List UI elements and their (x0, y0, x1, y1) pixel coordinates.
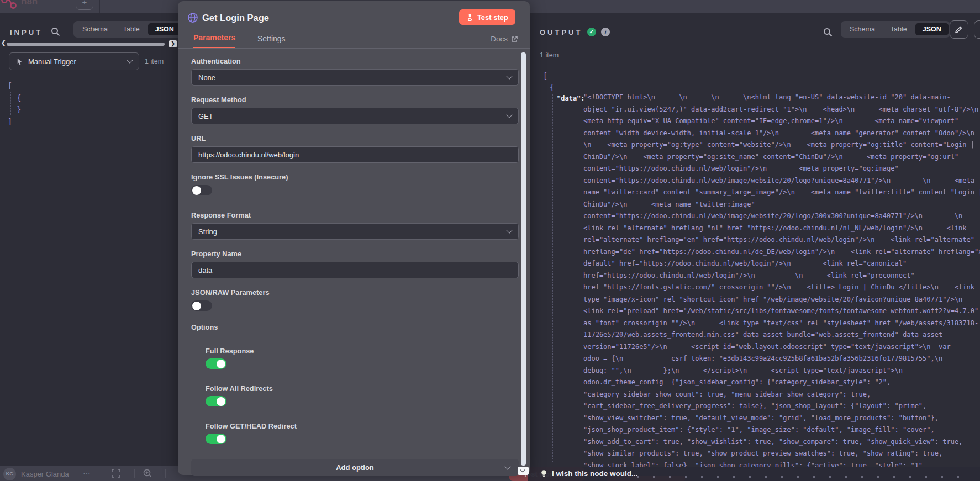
node-header: Get Login Page Test step Parameters Sett… (178, 1, 530, 49)
divider (99, 0, 100, 13)
ignore-ssl-toggle[interactable] (191, 185, 212, 195)
input-panel: INPUT Schema Table JSON ❮ ❯ Manual Trigg… (0, 13, 178, 466)
flask-icon (466, 14, 473, 21)
add-option-label: Add option (336, 463, 374, 472)
url-input[interactable]: https://odoo.chindu.nl/web/login (191, 146, 519, 163)
field-authentication: Authentication None (191, 57, 519, 86)
tab-schema[interactable]: Schema (842, 23, 882, 35)
follow-get-head-toggle[interactable] (206, 434, 226, 444)
horizontal-scrollbar[interactable]: ❮ ❯ (0, 41, 178, 47)
canvas-dot-grid (630, 467, 972, 481)
node-feedback-bar[interactable]: I wish this node would... (528, 467, 980, 481)
tab-json[interactable]: JSON (148, 23, 181, 35)
authentication-select[interactable]: None (191, 69, 519, 86)
option-full-response: Full Response (206, 347, 519, 369)
avatar[interactable]: KG (3, 468, 16, 480)
fit-view-button[interactable] (111, 468, 122, 479)
chevron-down-icon (127, 57, 133, 63)
select-value: String (198, 228, 507, 236)
n8n-logo-icon (1, 0, 19, 12)
tab-settings[interactable]: Settings (257, 34, 286, 48)
field-property-name: Property Name data (191, 250, 519, 278)
chevron-down-icon (504, 463, 510, 469)
divider (165, 469, 166, 478)
request-method-select[interactable]: GET (191, 108, 519, 124)
json-raw-parameters-toggle[interactable] (191, 300, 212, 311)
tab-parameters[interactable]: Parameters (193, 33, 235, 48)
input-source-select[interactable]: Manual Trigger (9, 52, 139, 70)
input-panel-title: INPUT (10, 28, 43, 36)
search-icon[interactable] (51, 27, 60, 36)
scrollbar-thumb[interactable] (7, 43, 165, 46)
add-option-button[interactable]: Add option (191, 459, 519, 476)
field-response-format: Response Format String (191, 212, 519, 240)
canvas-top-strip: n8n + (0, 0, 178, 13)
json-key-data[interactable]: "data": (557, 94, 585, 102)
input-json-view[interactable]: [ { } ] (8, 80, 21, 128)
json-indent-guide (546, 83, 546, 465)
input-value: https://odoo.chindu.nl/web/login (198, 151, 512, 159)
output-panel: OUTPUT ✓ i 1 item Schema Table JSON [ { … (530, 13, 980, 467)
options-group: Full Response Follow All Redirects Follo… (191, 336, 519, 444)
input-value: data (198, 266, 512, 274)
output-json-view[interactable]: "<!DOCTYPE html>\n \n \n \n<html lang="e… (583, 92, 980, 467)
lightbulb-icon (540, 469, 548, 478)
pencil-icon (955, 25, 963, 34)
field-label: Authentication (191, 57, 519, 65)
success-check-icon: ✓ (587, 28, 596, 36)
property-name-input[interactable]: data (191, 262, 519, 278)
scroll-right-icon[interactable]: ❯ (169, 40, 177, 47)
options-section-label: Options (191, 324, 519, 331)
field-label: Request Method (191, 96, 519, 103)
scroll-down-button[interactable] (518, 467, 529, 475)
toggle-knob (217, 397, 225, 406)
node-settings-panel: Get Login Page Test step Parameters Sett… (178, 1, 530, 475)
json-indent-guide (552, 94, 553, 462)
full-response-toggle[interactable] (206, 358, 226, 369)
tab-json[interactable]: JSON (915, 23, 949, 35)
option-label: Follow All Redirects (206, 385, 519, 392)
select-value: GET (198, 112, 507, 120)
input-source-value: Manual Trigger (28, 57, 123, 66)
tab-schema[interactable]: Schema (75, 23, 115, 35)
info-icon[interactable]: i (601, 28, 610, 36)
add-workflow-button[interactable]: + (76, 0, 93, 10)
field-json-raw-parameters: JSON/RAW Parameters (191, 289, 519, 311)
feedback-label: I wish this node would... (552, 469, 637, 478)
edit-output-button[interactable] (950, 20, 968, 39)
zoom-in-button[interactable] (143, 468, 154, 479)
search-icon[interactable] (823, 28, 833, 37)
toggle-knob (192, 302, 201, 310)
scroll-left-icon[interactable]: ❮ (1, 40, 6, 46)
globe-icon (187, 12, 198, 23)
chevron-down-icon (506, 73, 512, 79)
test-step-button[interactable]: Test step (459, 9, 515, 25)
divider (134, 469, 135, 478)
json-open-bracket: [ (543, 71, 547, 80)
field-label: Response Format (191, 212, 519, 219)
vertical-scrollbar[interactable] (521, 52, 526, 466)
output-view-tabs: Schema Table JSON (841, 21, 950, 38)
cursor-icon (16, 58, 23, 65)
chevron-down-icon (520, 468, 525, 472)
field-label: JSON/RAW Parameters (191, 289, 519, 296)
docs-link[interactable]: Docs (491, 35, 518, 43)
response-format-select[interactable]: String (191, 223, 519, 240)
test-step-label: Test step (477, 13, 508, 22)
field-ignore-ssl: Ignore SSL Issues (Insecure) (191, 173, 519, 195)
input-view-tabs: Schema Table JSON (73, 21, 183, 38)
more-options-icon[interactable]: ⋯ (83, 469, 91, 478)
docs-label: Docs (491, 35, 508, 43)
field-request-method: Request Method GET (191, 96, 519, 124)
app-root: n8n + KG Kasper Glanda ⋯ Test workflow I… (0, 0, 980, 481)
follow-all-redirects-toggle[interactable] (206, 396, 226, 406)
copy-output-button[interactable] (974, 20, 980, 39)
json-open-brace: { (550, 83, 554, 92)
node-title: Get Login Page (202, 13, 269, 23)
option-label: Follow GET/HEAD Redirect (206, 422, 519, 430)
toggle-knob (192, 186, 201, 195)
tab-table[interactable]: Table (116, 23, 147, 35)
tab-table[interactable]: Table (883, 23, 914, 35)
option-follow-all-redirects: Follow All Redirects (206, 385, 519, 406)
option-follow-get-head: Follow GET/HEAD Redirect (206, 422, 519, 444)
